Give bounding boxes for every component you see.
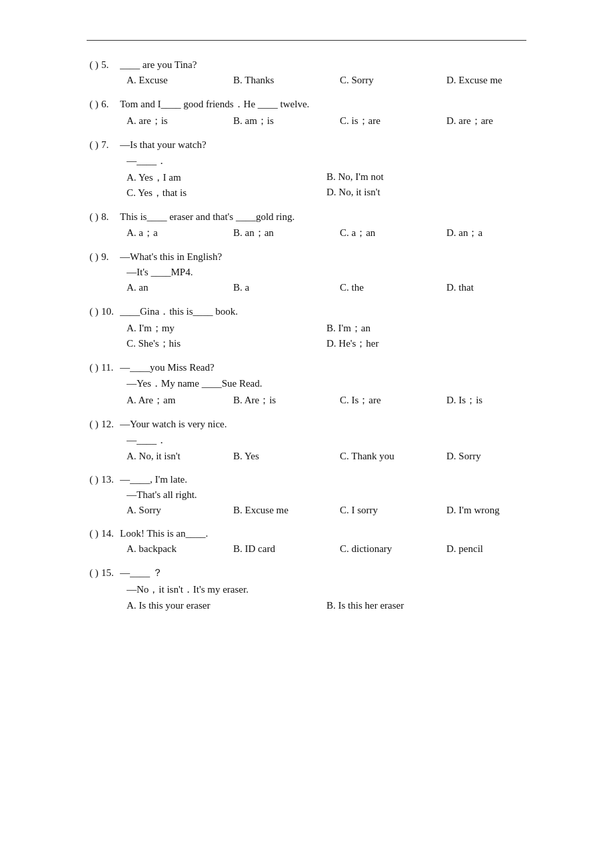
option-q9-C: C. the — [340, 282, 446, 293]
option-q10-D: D. He's；her — [326, 337, 526, 350]
question-block-q12: ( )12.—Your watch is very nice.—____．A. … — [87, 419, 526, 462]
question-block-q9: ( )9.—What's this in English?—It's ____M… — [87, 251, 526, 293]
option-q11-D: D. Is；is — [446, 394, 553, 407]
option-q8-A: A. a；a — [127, 227, 233, 239]
paren-q8: ( ) — [87, 211, 101, 223]
qnum-q9: 9. — [101, 251, 120, 263]
qtext-q9: —What's this in English? — [120, 251, 526, 263]
question-block-q8: ( )8.This is____ eraser and that's ____g… — [87, 211, 526, 239]
question-row-q12: ( )12.—Your watch is very nice. — [87, 419, 526, 430]
option-q11-A: A. Are；am — [127, 394, 233, 407]
option-q6-B: B. am；is — [233, 115, 340, 127]
option-q6-D: D. are；are — [446, 115, 553, 127]
qtext-q5: ____ are you Tina? — [120, 59, 526, 71]
option-q7-D: D. No, it isn't — [326, 187, 526, 199]
option-q14-D: D. pencil — [446, 543, 553, 555]
option-q9-D: D. that — [446, 282, 553, 293]
option-q12-B: B. Yes — [233, 451, 340, 462]
option-q14-C: C. dictionary — [340, 543, 446, 555]
option-q9-B: B. a — [233, 282, 340, 293]
paren-q13: ( ) — [87, 474, 101, 485]
option-q6-A: A. are；is — [127, 115, 233, 127]
options-row-q9: A. anB. aC. theD. that — [127, 282, 526, 293]
qnum-q14: 14. — [101, 528, 120, 539]
options-row-q5: A. ExcuseB. ThanksC. SorryD. Excuse me — [127, 75, 526, 86]
paren-q11: ( ) — [87, 362, 101, 373]
question-row-q14: ( )14.Look! This is an____. — [87, 528, 526, 539]
option-q10-A: A. I'm；my — [127, 322, 326, 335]
question-row-q15: ( )15.—____ ？ — [87, 567, 526, 579]
options-row-q8: A. a；aB. an；anC. a；anD. an；a — [127, 227, 526, 239]
question-row-q5: ( )5.____ are you Tina? — [87, 59, 526, 71]
paren-q7: ( ) — [87, 139, 101, 151]
qnum-q7: 7. — [101, 139, 120, 151]
blank-line-q15: —No，it isn't．It's my eraser. — [127, 583, 526, 596]
options-row-q12: A. No, it isn'tB. YesC. Thank youD. Sorr… — [127, 451, 526, 462]
question-block-q10: ( )10.____Gina．this is____ book.A. I'm；m… — [87, 305, 526, 350]
options-row-q14: A. backpackB. ID cardC. dictionaryD. pen… — [127, 543, 526, 555]
option-q11-C: C. Is；are — [340, 394, 446, 407]
top-divider — [87, 40, 526, 41]
option-q14-B: B. ID card — [233, 543, 340, 555]
question-row-q9: ( )9.—What's this in English? — [87, 251, 526, 263]
opt-row1-q10: A. I'm；myB. I'm；an — [127, 322, 526, 335]
question-row-q8: ( )8.This is____ eraser and that's ____g… — [87, 211, 526, 223]
question-block-q11: ( )11.—____you Miss Read?—Yes．My name __… — [87, 362, 526, 407]
question-block-q5: ( )5.____ are you Tina?A. ExcuseB. Thank… — [87, 59, 526, 86]
option-q12-D: D. Sorry — [446, 451, 553, 462]
qnum-q10: 10. — [101, 306, 120, 317]
paren-q12: ( ) — [87, 419, 101, 430]
question-block-q14: ( )14.Look! This is an____.A. backpackB.… — [87, 528, 526, 555]
blank-line-q13: —That's all right. — [127, 489, 526, 501]
qtext-q12: —Your watch is very nice. — [120, 419, 526, 430]
qtext-q10: ____Gina．this is____ book. — [120, 305, 526, 318]
qtext-q13: —____, I'm late. — [120, 474, 526, 485]
question-block-q13: ( )13.—____, I'm late.—That's all right.… — [87, 474, 526, 516]
questions-container: ( )5.____ are you Tina?A. ExcuseB. Thank… — [87, 59, 526, 611]
option-q8-D: D. an；a — [446, 227, 553, 239]
qtext-q15: —____ ？ — [120, 567, 526, 579]
option-q13-B: B. Excuse me — [233, 505, 340, 516]
paren-q14: ( ) — [87, 528, 101, 539]
question-block-q7: ( )7.—Is that your watch?—____．A. Yes，I … — [87, 139, 526, 199]
qnum-q8: 8. — [101, 211, 120, 223]
qnum-q11: 11. — [101, 362, 120, 373]
qtext-q7: —Is that your watch? — [120, 139, 526, 151]
options-row-q6: A. are；isB. am；isC. is；areD. are；are — [127, 115, 526, 127]
blank-line-q11: —Yes．My name ____Sue Read. — [127, 377, 526, 390]
option-q13-D: D. I'm wrong — [446, 505, 553, 516]
question-row-q7: ( )7.—Is that your watch? — [87, 139, 526, 151]
qtext-q8: This is____ eraser and that's ____gold r… — [120, 211, 526, 223]
option-q8-B: B. an；an — [233, 227, 340, 239]
option-q7-B: B. No, I'm not — [326, 171, 526, 184]
option-q5-D: D. Excuse me — [446, 75, 553, 86]
option-q9-A: A. an — [127, 282, 233, 293]
options-two-row-q10: A. I'm；myB. I'm；anC. She's；hisD. He's；he… — [127, 322, 526, 350]
question-block-q15: ( )15.—____ ？—No，it isn't．It's my eraser… — [87, 567, 526, 611]
question-block-q6: ( )6.Tom and I____ good friends．He ____ … — [87, 98, 526, 127]
option-q12-A: A. No, it isn't — [127, 451, 233, 462]
option-q11-B: B. Are；is — [233, 394, 340, 407]
option-q10-C: C. She's；his — [127, 337, 326, 350]
opt-row2-q10: C. She's；hisD. He's；her — [127, 337, 526, 350]
qtext-q14: Look! This is an____. — [120, 528, 526, 539]
option-q7-A: A. Yes，I am — [127, 171, 326, 184]
qnum-q5: 5. — [101, 59, 120, 71]
option-q12-C: C. Thank you — [340, 451, 446, 462]
paren-q6: ( ) — [87, 99, 101, 110]
options-two-row-q15: A. Is this your eraserB. Is this her era… — [127, 600, 526, 611]
paren-q9: ( ) — [87, 251, 101, 263]
qnum-q13: 13. — [101, 474, 120, 485]
blank-line-q9: —It's ____MP4. — [127, 267, 526, 278]
option-q5-A: A. Excuse — [127, 75, 233, 86]
qnum-q12: 12. — [101, 419, 120, 430]
question-row-q6: ( )6.Tom and I____ good friends．He ____ … — [87, 98, 526, 111]
options-row-q11: A. Are；amB. Are；isC. Is；areD. Is；is — [127, 394, 526, 407]
option-q5-B: B. Thanks — [233, 75, 340, 86]
paren-q15: ( ) — [87, 567, 101, 579]
option-q10-B: B. I'm；an — [326, 322, 526, 335]
options-two-row-q7: A. Yes，I amB. No, I'm notC. Yes，that isD… — [127, 171, 526, 199]
option-q13-C: C. I sorry — [340, 505, 446, 516]
qtext-q6: Tom and I____ good friends．He ____ twelv… — [120, 98, 526, 111]
qnum-q15: 15. — [101, 567, 120, 579]
